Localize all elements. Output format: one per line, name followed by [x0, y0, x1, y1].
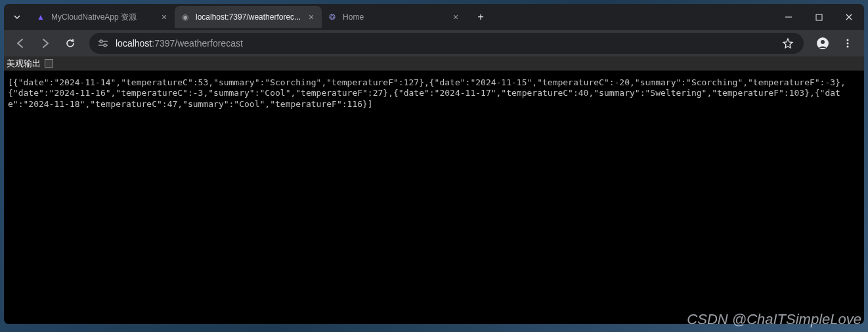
toolbar: localhost:7397/weatherforecast — [4, 30, 864, 56]
tab-title: MyCloudNativeApp 资源 — [51, 12, 154, 23]
tab-1[interactable]: ◉ localhost:7397/weatherforec... × — [175, 6, 322, 28]
tab-title: Home — [343, 12, 445, 22]
pretty-print-checkbox[interactable] — [45, 59, 53, 68]
tab-title: localhost:7397/weatherforec... — [196, 12, 301, 22]
window-controls — [773, 4, 864, 30]
arrow-right-icon — [39, 37, 51, 49]
svg-point-10 — [847, 46, 849, 48]
url-host: localhost — [116, 38, 152, 49]
spiral-icon: ❂ — [327, 12, 337, 22]
close-icon — [845, 13, 853, 21]
avatar-icon — [816, 37, 829, 50]
forward-button[interactable] — [34, 32, 56, 54]
json-response-body[interactable]: [{"date":"2024-11-14","temperatureC":53,… — [4, 71, 864, 116]
profile-button[interactable] — [812, 32, 834, 54]
svg-rect-1 — [816, 14, 822, 20]
minimize-icon — [785, 13, 792, 21]
maximize-icon — [815, 14, 823, 21]
chevron-down-icon — [13, 13, 21, 21]
page-content: 美观输出 [{"date":"2024-11-14","temperatureC… — [4, 56, 864, 324]
tab-2[interactable]: ❂ Home × — [322, 6, 466, 28]
tab-0[interactable]: ▲ MyCloudNativeApp 资源 × — [30, 6, 175, 28]
kebab-icon — [842, 38, 853, 49]
svg-point-8 — [847, 39, 849, 41]
pretty-print-bar: 美观输出 — [4, 56, 864, 71]
close-icon[interactable]: × — [159, 12, 169, 22]
address-bar[interactable]: localhost:7397/weatherforecast — [89, 33, 804, 54]
url-port: :7397 — [152, 38, 175, 49]
menu-button[interactable] — [836, 32, 859, 54]
globe-icon: ◉ — [180, 12, 190, 22]
reload-icon — [64, 37, 76, 49]
tune-icon — [97, 38, 109, 49]
url-text: localhost:7397/weatherforecast — [116, 38, 773, 49]
svg-point-9 — [847, 43, 849, 45]
site-info-button[interactable] — [97, 38, 109, 49]
svg-point-5 — [104, 44, 106, 47]
svg-point-3 — [100, 40, 102, 43]
bookmark-button[interactable] — [780, 37, 796, 49]
arrow-left-icon — [14, 37, 26, 49]
minimize-button[interactable] — [773, 4, 804, 30]
star-icon — [782, 37, 794, 49]
new-tab-button[interactable]: + — [471, 8, 490, 26]
maximize-button[interactable] — [804, 4, 834, 30]
url-path: /weatherforecast — [175, 38, 243, 49]
back-button[interactable] — [9, 32, 32, 54]
close-icon[interactable]: × — [450, 12, 461, 22]
reload-button[interactable] — [59, 32, 81, 54]
svg-point-7 — [821, 40, 825, 44]
close-button[interactable] — [834, 4, 864, 30]
tab-bar: ▲ MyCloudNativeApp 资源 × ◉ localhost:7397… — [4, 4, 864, 30]
close-icon[interactable]: × — [306, 12, 316, 22]
tab-search-dropdown[interactable] — [9, 9, 25, 25]
app-icon: ▲ — [35, 12, 46, 22]
pretty-print-label: 美观输出 — [7, 58, 41, 70]
browser-window: ▲ MyCloudNativeApp 资源 × ◉ localhost:7397… — [4, 4, 864, 324]
